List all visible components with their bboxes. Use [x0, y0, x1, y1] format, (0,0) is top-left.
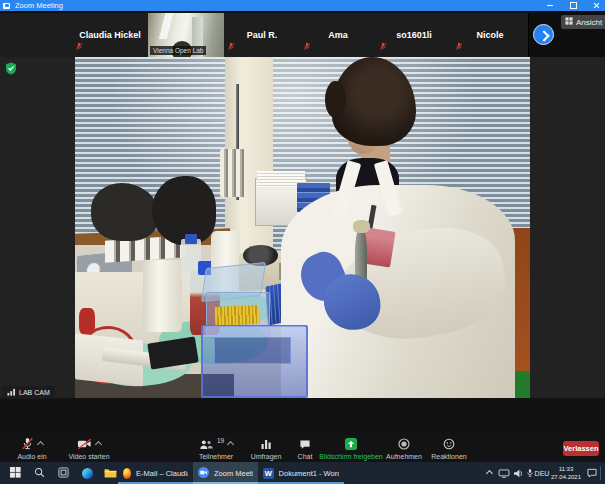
- chevron-right-icon: [538, 30, 549, 41]
- windows-taskbar: E-Mail – Claudia Hi... Zoom Meeting W Do…: [0, 462, 605, 484]
- muted-mic-icon: [303, 37, 311, 55]
- pipette-plunger: [353, 220, 370, 233]
- share-screen-icon: [345, 436, 357, 454]
- stage-lower-gutter: [0, 398, 605, 435]
- participant-tile-claudia[interactable]: Claudia Hickel: [72, 13, 149, 57]
- edge-taskbar-button[interactable]: [76, 462, 98, 484]
- task-view-icon: [58, 464, 69, 482]
- view-button[interactable]: Ansicht: [561, 15, 605, 29]
- window-titlebar: Zoom Meeting: [0, 0, 605, 11]
- muted-mic-icon: [379, 37, 387, 55]
- video-options-chevron[interactable]: [95, 441, 102, 448]
- firefox-task-label: E-Mail – Claudia Hi...: [136, 469, 188, 478]
- audio-button-label: Audio ein: [17, 453, 46, 460]
- meeting-control-bar: Audio ein Video starten 19 Teilnehmer: [0, 435, 605, 462]
- participant-tile-vienna-open-lab[interactable]: Vienna Open Lab: [148, 13, 225, 57]
- chat-button-label: Chat: [298, 453, 313, 460]
- zoom-taskbar-task[interactable]: Zoom Meeting: [193, 462, 258, 484]
- maximize-button[interactable]: [563, 0, 583, 11]
- word-taskbar-task[interactable]: W Dokument1 - Word: [258, 462, 344, 484]
- participant-tile-partial[interactable]: [0, 13, 73, 57]
- participant-name: Paul R.: [247, 30, 278, 40]
- polls-button-label: Umfragen: [251, 453, 282, 460]
- muted-mic-icon: [75, 37, 83, 55]
- share-screen-button[interactable]: Bildschirm freigeben: [314, 438, 388, 460]
- tray-expand-button[interactable]: [482, 462, 496, 484]
- muted-mic-icon: [227, 37, 235, 55]
- zoom-task-label: Zoom Meeting: [214, 469, 253, 478]
- word-icon: W: [263, 468, 274, 479]
- volume-tray-button[interactable]: [511, 462, 525, 484]
- reactions-button-label: Reaktionen: [431, 453, 466, 460]
- video-button-label: Video starten: [68, 453, 109, 460]
- mic-muted-icon: [21, 436, 34, 454]
- signal-bars-icon: [7, 388, 16, 397]
- polls-button[interactable]: Umfragen: [243, 438, 289, 460]
- search-button[interactable]: [28, 462, 50, 484]
- close-button[interactable]: [586, 0, 605, 11]
- participant-tile-paul[interactable]: Paul R.: [224, 13, 301, 57]
- muted-mic-icon: [455, 37, 463, 55]
- participants-button[interactable]: 19 Teilnehmer: [186, 438, 246, 460]
- close-icon: [593, 2, 600, 9]
- participant-name-overlay: Vienna Open Lab: [150, 46, 206, 55]
- participants-count-badge: 19: [217, 437, 224, 444]
- file-explorer-icon: [104, 464, 117, 482]
- windows-logo-icon: [10, 464, 21, 482]
- gel-tank-rim: [203, 326, 305, 336]
- share-screen-button-label: Bildschirm freigeben: [319, 453, 382, 460]
- camera-off-icon: [77, 436, 92, 454]
- edge-icon: [82, 468, 93, 479]
- chevron-up-icon: [485, 469, 492, 476]
- participant-name: Claudia Hickel: [79, 30, 141, 40]
- encryption-shield-icon[interactable]: [5, 61, 17, 79]
- zoom-app-icon: [3, 3, 10, 9]
- participant-tile-so1601li[interactable]: so1601li: [376, 13, 453, 57]
- start-button[interactable]: [4, 462, 26, 484]
- chat-bubble-icon: [299, 436, 311, 454]
- action-center-button[interactable]: [585, 462, 599, 484]
- word-task-label: Dokument1 - Word: [279, 469, 339, 478]
- main-stage: LAB CAM: [0, 57, 605, 435]
- participants-options-chevron[interactable]: [227, 441, 234, 448]
- reactions-button[interactable]: Reaktionen: [424, 438, 474, 460]
- clock-time: 11:33: [548, 465, 584, 473]
- network-tray-button[interactable]: [496, 462, 511, 484]
- participant-tile-ama[interactable]: Ama: [300, 13, 377, 57]
- grid-view-icon: [565, 17, 573, 27]
- action-center-icon: [587, 464, 597, 482]
- record-button-label: Aufnehmen: [386, 453, 422, 460]
- network-icon: [498, 464, 510, 482]
- lab-cam-label-text: LAB CAM: [19, 389, 50, 396]
- minimize-button[interactable]: [540, 0, 560, 11]
- participant-name: Ama: [328, 30, 348, 40]
- white-canister: [143, 260, 182, 332]
- maximize-icon: [570, 2, 577, 9]
- audio-options-chevron[interactable]: [37, 441, 44, 448]
- taskbar-clock[interactable]: 11:33 27.04.2021: [548, 465, 584, 481]
- show-desktop-divider[interactable]: [600, 466, 601, 480]
- next-participants-button[interactable]: [533, 24, 554, 45]
- participants-icon: [199, 436, 213, 454]
- firefox-icon: [123, 468, 131, 479]
- zoom-meeting-window: Zoom Meeting Claudia Hickel Vienna Open …: [0, 0, 605, 484]
- active-speaker-video: [75, 57, 530, 398]
- mic-tray-icon: [526, 464, 534, 482]
- speaker-icon: [513, 464, 524, 482]
- participant-name: so1601li: [396, 30, 432, 40]
- leave-meeting-button[interactable]: Verlassen: [563, 441, 599, 456]
- record-button[interactable]: Aufnehmen: [380, 438, 428, 460]
- record-icon: [398, 436, 410, 454]
- audio-button[interactable]: Audio ein: [6, 438, 58, 460]
- participants-strip: Claudia Hickel Vienna Open Lab Paul R. A…: [0, 11, 605, 57]
- bar-chart-icon: [260, 436, 272, 454]
- lab-cam-label: LAB CAM: [2, 386, 55, 399]
- task-view-button[interactable]: [52, 462, 74, 484]
- participant-tile-nicole[interactable]: Nicole: [452, 13, 529, 57]
- window-title: Zoom Meeting: [15, 0, 63, 11]
- participant-name: Nicole: [476, 30, 503, 40]
- smiley-reactions-icon: [443, 436, 455, 454]
- firefox-taskbar-task[interactable]: E-Mail – Claudia Hi...: [118, 462, 193, 484]
- blue-bottle-cap: [185, 234, 197, 244]
- video-button[interactable]: Video starten: [58, 438, 120, 460]
